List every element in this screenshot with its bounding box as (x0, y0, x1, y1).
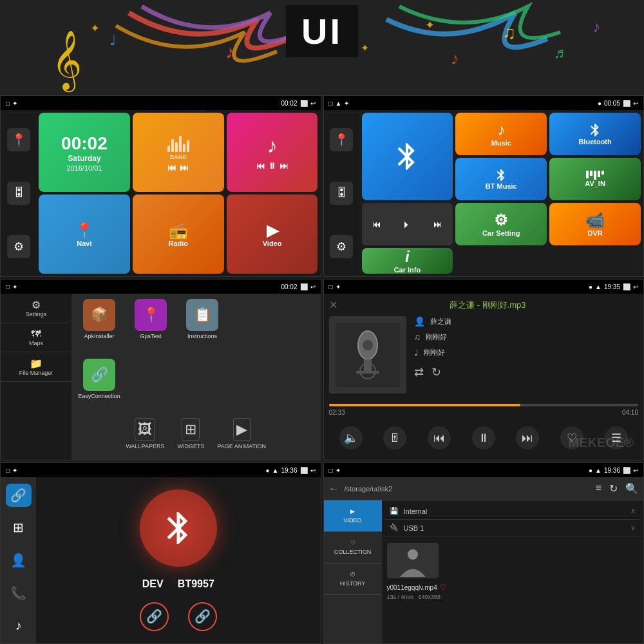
album-icon: ♫ (414, 332, 421, 342)
bt-nav-grid[interactable]: ⊞ (6, 516, 32, 540)
instructions-icon: 📋 (194, 307, 211, 323)
tile-av-in[interactable]: AV_IN (549, 158, 641, 200)
artist-row: 👤 薛之谦 (414, 316, 639, 327)
fm-tab-collection[interactable]: ♡ COLLECTION (324, 532, 382, 564)
fm-file-resolution: 640x368 (419, 594, 441, 600)
svg-text:✦: ✦ (90, 22, 100, 35)
progress-bar-bg[interactable] (329, 404, 639, 406)
fm-folder-internal[interactable]: 💾 Internal ∧ (384, 503, 641, 520)
music-controls: ⏮ ⏸ ⏭ (256, 161, 288, 171)
s6-icon-tri: ▲ (595, 467, 601, 474)
music-note-icon: ♪ (267, 134, 278, 158)
s3-sidebar-filemanager[interactable]: 📁 File Manager (1, 352, 71, 382)
ctrl-play[interactable]: ⏵ (402, 219, 412, 229)
tile-car-info[interactable]: i Car Info (362, 248, 453, 274)
s2-sidebar-settings[interactable]: 🎛 (330, 182, 353, 205)
fm-tab-video[interactable]: ▶ VIDEO (324, 500, 382, 532)
bt-nav-calls[interactable]: 📞 (6, 582, 32, 605)
bt-nav-link[interactable]: 🔗 (6, 484, 32, 507)
s3-sidebar-maps[interactable]: 🗺 Maps (1, 323, 71, 352)
eq-btn[interactable]: 🎚 (383, 426, 406, 450)
fm-file-like-icon[interactable]: ♡ (440, 583, 447, 592)
bt-connect-btn-2[interactable]: 🔗 (188, 602, 217, 631)
fm-tab-history[interactable]: ⏱ HISTORY (324, 564, 382, 595)
fm-refresh-icon[interactable]: ↻ (609, 482, 618, 495)
av-in-label: AV_IN (585, 180, 605, 187)
music-close-icon[interactable]: ✕ (329, 299, 337, 311)
repeat-icon[interactable]: ↻ (431, 365, 441, 379)
music-s2-label: Music (491, 139, 511, 147)
svg-text:♪: ♪ (451, 49, 459, 68)
fm-folder-usb[interactable]: 🔌 USB 1 ∨ (384, 520, 641, 536)
tile-music[interactable]: ♪ ⏮ ⏸ ⏭ (227, 113, 318, 192)
prev-btn[interactable]: ⏮ (428, 426, 451, 450)
tile-navi[interactable]: 📍 Navi (39, 194, 130, 274)
fm-usb-label: USB 1 (404, 524, 424, 532)
screen4-body: ✕ 薛之谦 - 刚刚好.mp3 👤 (324, 294, 644, 460)
fm-search-icon[interactable]: 🔍 (625, 482, 638, 495)
svg-point-18 (408, 549, 418, 560)
bt-music-label: BT Music (486, 182, 517, 190)
screen1-body: 📍 🎛 ⚙ 00:02 Saturday 2016/10/01 (1, 110, 321, 276)
app-apkinstaller[interactable]: 📦 ApkInstaller (77, 299, 122, 339)
s3-sidebar-settings[interactable]: ⚙ Settings (1, 294, 71, 323)
bt-main-area: DEV BT9957 🔗 🔗 (36, 477, 321, 643)
music-extra-controls: ⇄ ↻ (414, 365, 639, 379)
play-pause-btn[interactable]: ⏸ (472, 426, 495, 450)
s6-icon-bt: ✦ (336, 467, 341, 474)
fm-usb-chevron: ∨ (630, 524, 636, 532)
app-gpstest[interactable]: 📍 GpsTest (128, 299, 173, 339)
tile-music-s2[interactable]: ♪ Music (455, 113, 547, 155)
sidebar-location-icon[interactable]: 📍 (7, 128, 30, 151)
wallpapers-btn[interactable]: 🖼 WALLPAPERS (126, 418, 164, 450)
tile-bluetooth-big[interactable] (362, 113, 453, 200)
history-tab-label: HISTORY (340, 580, 366, 587)
fm-file-meta: 13s / 4min 640x368 (387, 594, 639, 600)
widgets-btn[interactable]: ⊞ WIDGETS (177, 418, 204, 450)
fm-file-duration: 13s / 4min (387, 594, 414, 600)
s2-sidebar-gear[interactable]: ⚙ (330, 235, 353, 258)
app-instructions[interactable]: 📋 Instructions (180, 299, 225, 339)
clock-time: 00:02 (61, 133, 108, 154)
screen6-status-bar: □ ✦ ● ▲ 19:36 ⬜ ↩ (324, 463, 644, 477)
next-btn[interactable]: ⏭ (516, 426, 539, 450)
bluetooth-big-icon (391, 140, 423, 173)
screen-apps: □ ▲ ✦ ● 00:05 ⬜ ↩ 📍 🎛 ⚙ (323, 95, 645, 277)
tile-bluetooth-s2[interactable]: Bluetooth (549, 113, 641, 155)
tile-radio[interactable]: BAND ⏮ ⏭ (133, 113, 224, 192)
bt-nav-music[interactable]: ♪ (6, 614, 32, 637)
car-info-icon: i (405, 248, 410, 266)
fm-file-name: y0011egqqlv.mp4 ♡ (387, 581, 639, 592)
fm-sort-icon[interactable]: ≡ (596, 482, 601, 495)
tile-video[interactable]: ▶ Video (227, 194, 318, 274)
s4-icon-bt: ✦ (336, 283, 341, 290)
shuffle-icon[interactable]: ⇄ (414, 365, 424, 379)
ctrl-next[interactable]: ⏭ (433, 219, 442, 229)
fm-file-item[interactable]: y0011egqqlv.mp4 ♡ 13s / 4min 640x368 (384, 536, 641, 604)
s6-icon-back: ↩ (633, 467, 638, 474)
tile-player-controls[interactable]: ⏮ ⏵ ⏭ (362, 203, 453, 245)
s2-sidebar-location[interactable]: 📍 (330, 128, 353, 151)
volume-btn[interactable]: 🔈 (339, 426, 363, 450)
tile-radio-app[interactable]: 📻 Radio (133, 194, 224, 274)
ctrl-prev[interactable]: ⏮ (372, 219, 381, 229)
screen1-icon-battery: ⬜ (300, 100, 308, 107)
clock-date: 2016/10/01 (66, 164, 102, 172)
screen2-tiles: ♪ Music Bluetooth ⏮ ⏵ ⏭ (359, 110, 644, 276)
bt-connect-btn-1[interactable]: 🔗 (140, 602, 169, 631)
bt-nav-contacts[interactable]: 👤 (6, 549, 32, 572)
sidebar-settings-icon[interactable]: 🎛 (7, 182, 30, 205)
screen1-icon-bt: ✦ (12, 100, 17, 107)
tile-bt-music[interactable]: BT Music (455, 158, 547, 200)
watermark: MEKEOE® (569, 435, 634, 450)
tile-dvr[interactable]: 📹 DVR (549, 203, 641, 245)
page-animation-btn[interactable]: ▶ PAGE ANIMATION (217, 418, 266, 450)
s3-icon-home: □ (6, 283, 10, 290)
app-easyconnection[interactable]: 🔗 EasyConnection (77, 359, 122, 399)
tile-clock[interactable]: 00:02 Saturday 2016/10/01 (39, 113, 130, 192)
radio-freq: BAND (170, 154, 187, 160)
tile-car-setting[interactable]: ⚙ Car Setting (455, 203, 547, 245)
fm-back-icon[interactable]: ← (329, 483, 339, 495)
sidebar-gear-icon[interactable]: ⚙ (7, 235, 30, 258)
svg-text:♪: ♪ (592, 18, 600, 35)
